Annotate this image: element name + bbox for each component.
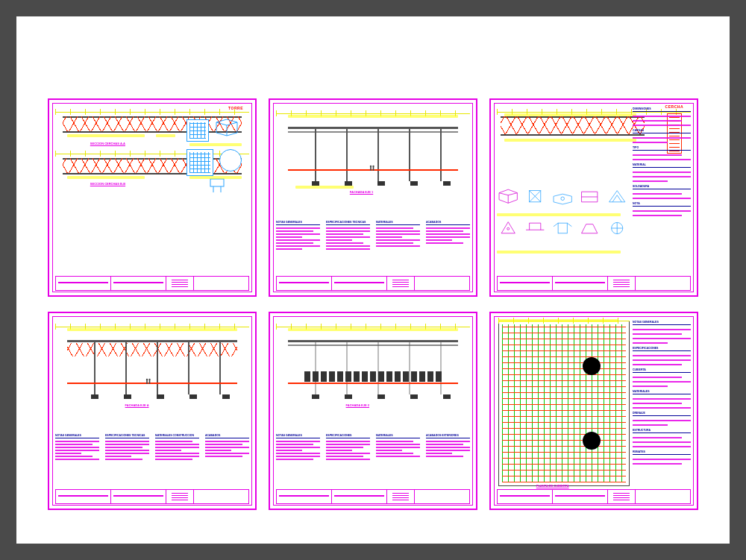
notes-header: NOTAS GENERALES	[276, 221, 320, 225]
title-block	[55, 489, 249, 504]
people-icon	[145, 375, 151, 383]
truss-main	[501, 116, 644, 136]
svg-point-12	[148, 378, 150, 380]
sheet-5[interactable]: FACHADA EJE 2 NOTAS GENERALES ESPECIFICA…	[269, 312, 477, 510]
svg-point-7	[507, 227, 510, 230]
facade-label: FACHADA EJE 1	[350, 190, 373, 194]
title-block	[276, 276, 470, 291]
svg-rect-4	[373, 167, 374, 171]
truss-section-b	[63, 158, 241, 174]
notes: NOTAS GENERALES ESPECIFICACIONES TECNICA…	[276, 221, 470, 276]
notes-header: REMATES	[633, 450, 691, 455]
notes-header: ESPECIFICACIONES TECNICAS	[326, 221, 370, 225]
notes-header: CUBIERTA	[633, 368, 691, 373]
notes-header: MATERIALES	[376, 221, 420, 225]
notes-header: MATERIAL	[633, 163, 691, 168]
roof-opening	[583, 357, 601, 375]
detail-iso-icon	[497, 186, 519, 208]
people-icon	[369, 162, 375, 169]
side-notes: DIMENSIONES CARGAS TIPO MATERIAL SOLDADU…	[633, 107, 691, 273]
facade-elevation	[288, 340, 459, 394]
detail-iso-icon	[551, 186, 574, 208]
window-band	[304, 371, 441, 382]
notes-header: MATERIALES CONSTRUCCION	[155, 434, 199, 438]
roof-opening	[583, 432, 601, 450]
svg-rect-0	[210, 179, 224, 186]
svg-point-10	[146, 378, 148, 380]
drawing-area: SECCION CERCHAS A-A SECCION CERCHAS B-B	[55, 106, 249, 239]
notes-header: MATERIALES	[633, 390, 691, 394]
notes-header: ACABADOS	[426, 221, 470, 225]
notes-header: CARGAS	[633, 129, 691, 133]
notes: NOTAS GENERALES ESPECIFICACIONES TECNICA…	[55, 434, 249, 489]
sheet-grid: TORRE SECCION CERCHAS A-A SECCION CERCHA…	[48, 98, 698, 510]
notes-header: NOTAS GENERALES	[633, 321, 691, 325]
drawing-area: FACHADA EJE 1	[276, 106, 470, 223]
notes-header: DIMENSIONES	[633, 107, 691, 112]
detail-iso-icon	[578, 186, 601, 208]
notes-header: ACABADOS	[205, 434, 249, 438]
detail-grid	[186, 149, 213, 176]
facade-elevation	[288, 127, 459, 180]
facade-label: FACHADA EJE 2	[346, 403, 369, 407]
notes-header: NOTAS GENERALES	[55, 434, 99, 438]
notes-header: ESTRUCTURA	[633, 429, 691, 433]
detail-iso-icon	[524, 186, 546, 208]
svg-point-1	[370, 165, 372, 166]
detail-iso-icon	[606, 217, 628, 239]
notes-header: ESPECIFICACIONES	[633, 347, 691, 351]
section-label-a: SECCION CERCHAS A-A	[90, 142, 125, 145]
sheet-4[interactable]: FACHADA EJE A NOTAS GENERALES ESPECIFICA…	[48, 312, 257, 510]
svg-rect-13	[149, 380, 151, 384]
notes-header: ACABADOS EXTERIORES	[426, 434, 470, 438]
side-notes: NOTAS GENERALES ESPECIFICACIONES CUBIERT…	[633, 321, 691, 486]
roof-plan	[498, 321, 630, 486]
detail-iso-icon	[497, 217, 519, 239]
page: TORRE SECCION CERCHAS A-A SECCION CERCHA…	[16, 16, 730, 544]
detail-iso-icon	[551, 217, 574, 239]
sheet-2[interactable]: FACHADA EJE 1 NOTAS GENERALES ESPECIFICA…	[269, 98, 477, 297]
title-block	[497, 489, 691, 504]
svg-rect-8	[558, 223, 567, 233]
notes-header: TIPO	[633, 146, 691, 151]
svg-rect-2	[371, 167, 372, 171]
sheet-3[interactable]: CERCHA	[489, 98, 698, 297]
notes-header: ESPECIFICACIONES	[326, 434, 370, 438]
detail-row	[497, 186, 628, 215]
notes-header: ESPECIFICACIONES TECNICAS	[105, 434, 149, 438]
notes-header: SOLDADURA	[633, 185, 691, 189]
drawing-area: FACHADA EJE A	[55, 319, 249, 436]
facade-elevation	[67, 340, 238, 394]
detail-iso-icon	[578, 217, 601, 239]
detail-circle	[219, 149, 242, 172]
svg-point-6	[561, 197, 565, 201]
detail-plan-1	[186, 119, 209, 142]
detail-bracket-icon	[206, 177, 228, 194]
notes-header: MATERIALES	[376, 434, 420, 438]
detail-iso-icon	[606, 186, 628, 208]
detail-iso-icon	[212, 115, 242, 137]
detail-row-2	[497, 217, 628, 247]
title-block	[276, 489, 470, 504]
section-label-b: SECCION CERCHAS B-B	[90, 182, 125, 186]
svg-rect-11	[146, 380, 148, 384]
notes-header: DRENAJE	[633, 412, 691, 416]
drawing-area: FACHADA EJE 2	[276, 319, 470, 436]
sheet-6[interactable]: PLANTA DE CUBIERTA NOTAS GENERALES ESPEC…	[489, 312, 698, 510]
notes-header: NOTA	[633, 202, 691, 207]
detail-iso-icon	[524, 217, 546, 239]
notes: NOTAS GENERALES ESPECIFICACIONES MATERIA…	[276, 434, 470, 489]
title-block	[497, 276, 691, 291]
notes-header: NOTAS GENERALES	[276, 434, 320, 438]
facade-label: FACHADA EJE A	[125, 403, 149, 407]
svg-point-3	[373, 165, 374, 166]
sheet-1[interactable]: TORRE SECCION CERCHAS A-A SECCION CERCHA…	[48, 98, 257, 297]
plan-label: PLANTA DE CUBIERTA	[536, 484, 569, 488]
title-block	[55, 276, 249, 291]
